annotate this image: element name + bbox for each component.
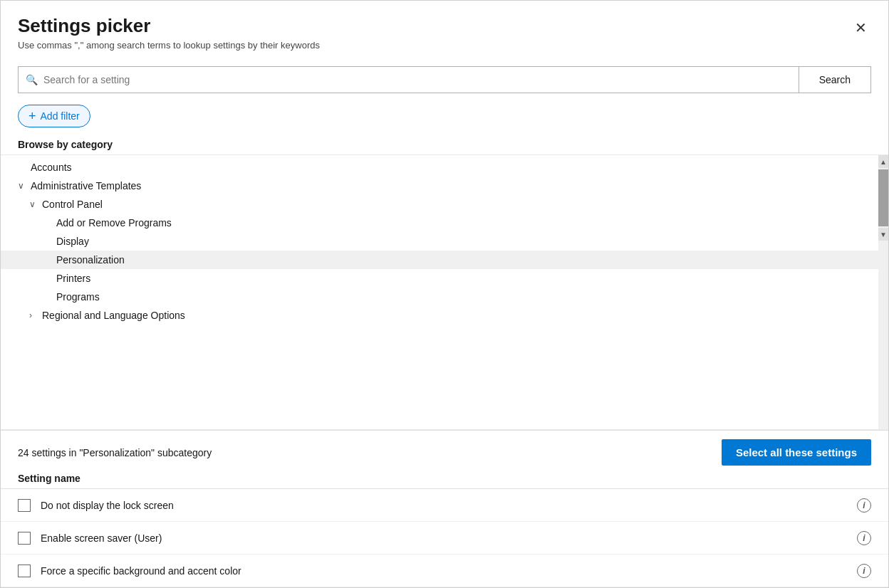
tree-chevron-icon: › — [29, 310, 39, 320]
setting-checkbox[interactable] — [18, 532, 31, 545]
select-all-button[interactable]: Select all these settings — [722, 439, 871, 466]
close-button[interactable]: ✕ — [851, 18, 871, 38]
tree-item[interactable]: Add or Remove Programs — [1, 214, 878, 232]
title-row: Settings picker Use commas "," among sea… — [18, 15, 871, 51]
bottom-header: 24 settings in "Personalization" subcate… — [1, 431, 888, 466]
tree-item-label: Printers — [56, 273, 90, 284]
dialog-header: Settings picker Use commas "," among sea… — [1, 1, 888, 59]
dialog-subtitle: Use commas "," among search terms to loo… — [18, 40, 320, 51]
tree-item-label: Programs — [56, 291, 100, 303]
settings-count: 24 settings in "Personalization" subcate… — [18, 447, 212, 458]
bottom-section: 24 settings in "Personalization" subcate… — [1, 430, 888, 587]
settings-picker-dialog: Settings picker Use commas "," among sea… — [0, 0, 889, 588]
tree-item-label: Control Panel — [42, 199, 103, 210]
tree-item-label: Regional and Language Options — [42, 310, 185, 321]
search-input-wrapper: 🔍 — [18, 66, 799, 93]
setting-row: Do not display the lock screeni — [1, 489, 888, 522]
search-button[interactable]: Search — [799, 66, 871, 93]
tree-chevron-icon: ∨ — [18, 181, 28, 191]
tree-item[interactable]: Personalization — [1, 251, 878, 269]
tree-item[interactable]: Accounts — [1, 158, 878, 177]
filter-row: + Add filter — [1, 100, 888, 135]
setting-checkbox[interactable] — [18, 565, 31, 577]
setting-name-column-header: Setting name — [18, 473, 80, 484]
search-input[interactable] — [43, 74, 791, 85]
scroll-down-button[interactable]: ▼ — [878, 228, 888, 241]
settings-list-header: Setting name — [1, 466, 888, 489]
info-icon[interactable]: i — [857, 498, 871, 513]
dialog-title: Settings picker — [18, 15, 320, 37]
scroll-up-button[interactable]: ▲ — [878, 155, 888, 168]
tree-item-label: Accounts — [31, 162, 72, 173]
tree-item-label: Add or Remove Programs — [56, 217, 172, 229]
title-block: Settings picker Use commas "," among sea… — [18, 15, 320, 51]
info-icon[interactable]: i — [857, 564, 871, 578]
add-filter-label: Add filter — [41, 110, 80, 122]
tree-scroll[interactable]: Accounts∨Administrative Templates∨Contro… — [1, 155, 878, 429]
search-icon: 🔍 — [26, 74, 38, 85]
plus-icon: + — [28, 110, 36, 122]
tree-item[interactable]: ∨Control Panel — [1, 195, 878, 214]
tree-scrollbar: ▲ ▼ — [878, 155, 888, 429]
info-icon[interactable]: i — [857, 531, 871, 545]
tree-item[interactable]: ›Regional and Language Options — [1, 306, 878, 325]
search-row: 🔍 Search — [1, 59, 888, 100]
tree-item-label: Personalization — [56, 254, 125, 266]
tree-item[interactable]: Programs — [1, 288, 878, 306]
setting-checkbox[interactable] — [18, 499, 31, 512]
tree-item[interactable]: Display — [1, 232, 878, 251]
tree-item-label: Display — [56, 236, 89, 247]
setting-name-label: Do not display the lock screen — [41, 500, 857, 511]
add-filter-button[interactable]: + Add filter — [18, 105, 90, 127]
browse-by-category-label: Browse by category — [1, 135, 888, 154]
setting-row: Force a specific background and accent c… — [1, 555, 888, 587]
setting-name-label: Force a specific background and accent c… — [41, 565, 857, 577]
tree-area: Accounts∨Administrative Templates∨Contro… — [1, 154, 888, 430]
setting-row: Enable screen saver (User)i — [1, 522, 888, 555]
scrollbar-thumb — [878, 169, 888, 226]
settings-list: Do not display the lock screeniEnable sc… — [1, 489, 888, 587]
tree-chevron-icon: ∨ — [29, 199, 39, 209]
tree-item[interactable]: Printers — [1, 269, 878, 288]
setting-name-label: Enable screen saver (User) — [41, 532, 857, 544]
tree-item-label: Administrative Templates — [31, 180, 141, 191]
tree-item[interactable]: ∨Administrative Templates — [1, 177, 878, 195]
